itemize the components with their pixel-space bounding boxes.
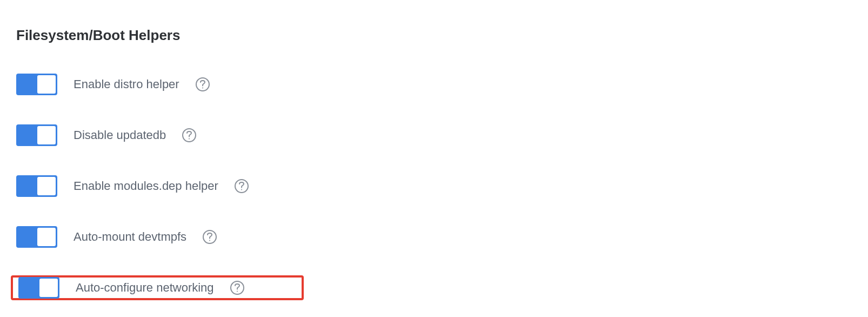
toggle-autoconfigure-networking[interactable] — [18, 277, 59, 299]
toggle-row-disable-updatedb: Disable updatedb — [16, 123, 852, 148]
help-icon[interactable] — [196, 77, 210, 91]
toggle-row-automount-devtmpfs: Auto-mount devtmpfs — [16, 224, 852, 249]
help-icon[interactable] — [203, 230, 217, 244]
toggle-knob — [37, 126, 56, 144]
help-icon[interactable] — [235, 179, 249, 193]
toggle-row-modules-dep: Enable modules.dep helper — [16, 174, 852, 199]
svg-point-4 — [237, 291, 238, 292]
toggle-knob — [39, 279, 58, 297]
toggle-label: Auto-configure networking — [76, 281, 214, 295]
toggle-label: Enable modules.dep helper — [74, 179, 218, 193]
toggle-disable-updatedb[interactable] — [16, 124, 57, 146]
help-icon[interactable] — [182, 128, 196, 142]
section-title: Filesystem/Boot Helpers — [16, 27, 852, 44]
svg-point-0 — [202, 88, 203, 89]
toggle-modules-dep[interactable] — [16, 175, 57, 197]
toggle-knob — [37, 177, 56, 195]
toggle-knob — [37, 228, 56, 246]
toggle-row-autoconfigure-networking: Auto-configure networking — [11, 275, 304, 300]
toggle-row-distro-helper: Enable distro helper — [16, 72, 852, 97]
toggle-label: Auto-mount devtmpfs — [74, 230, 186, 244]
toggle-distro-helper[interactable] — [16, 74, 57, 95]
help-icon[interactable] — [230, 281, 244, 295]
toggle-automount-devtmpfs[interactable] — [16, 226, 57, 248]
toggle-label: Disable updatedb — [74, 128, 166, 142]
toggle-label: Enable distro helper — [74, 77, 179, 91]
toggle-knob — [37, 75, 56, 94]
svg-point-2 — [241, 189, 242, 190]
svg-point-3 — [209, 240, 210, 241]
svg-point-1 — [189, 138, 190, 140]
